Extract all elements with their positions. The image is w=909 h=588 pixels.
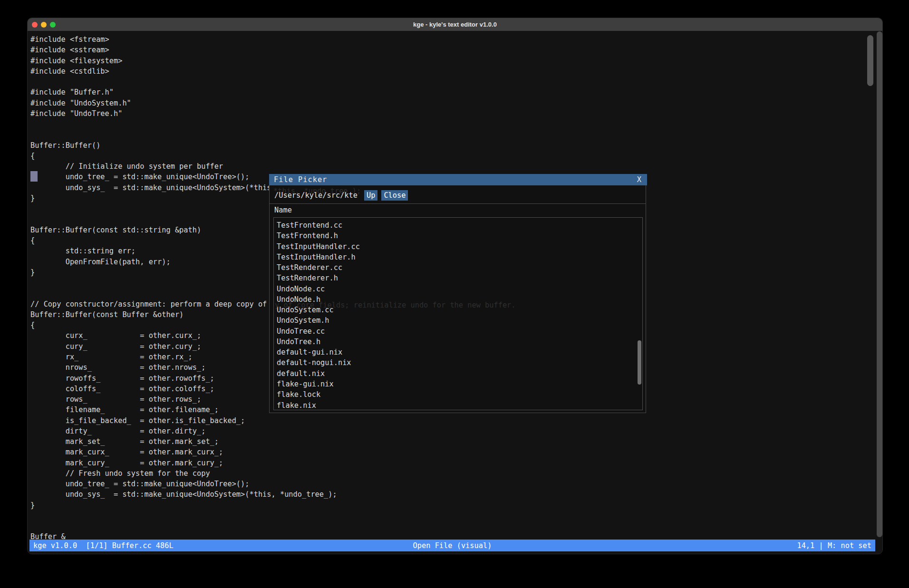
- window-title: kge - kyle's text editor v1.0.0: [28, 21, 882, 28]
- editor-scrollbar-thumb[interactable]: [867, 35, 873, 86]
- list-item[interactable]: default.nix: [277, 368, 642, 379]
- up-button[interactable]: Up: [364, 190, 377, 201]
- file-picker-title: File Picker: [274, 175, 327, 184]
- close-button[interactable]: Close: [381, 190, 408, 201]
- current-path: /Users/kyle/src/kte: [274, 191, 358, 200]
- file-list: y of core fields; reinitialize undo for …: [273, 217, 643, 410]
- status-mode: Open File (visual): [29, 541, 875, 550]
- list-item[interactable]: UndoNode.cc: [277, 284, 642, 294]
- list-item[interactable]: UndoNode.h: [277, 294, 642, 305]
- file-picker-titlebar[interactable]: File Picker X: [269, 174, 647, 185]
- editor-scrollbar-track[interactable]: [877, 31, 882, 537]
- status-cursor-position: 14,1 | M: not set: [797, 541, 871, 550]
- list-item[interactable]: flake.nix: [277, 400, 642, 410]
- status-bar: kge v1.0.0 [1/1] Buffer.cc 486L Open Fil…: [29, 540, 875, 551]
- list-item[interactable]: UndoTree.cc: [277, 326, 642, 337]
- list-item[interactable]: flake-gui.nix: [277, 379, 642, 389]
- list-item[interactable]: default-nogui.nix: [277, 357, 642, 368]
- list-item[interactable]: TestRenderer.cc: [277, 262, 642, 273]
- list-item[interactable]: UndoTree.h: [277, 337, 642, 347]
- list-item[interactable]: UndoSystem.h: [277, 315, 642, 326]
- list-item[interactable]: TestFrontend.h: [277, 231, 642, 241]
- file-picker-dialog: File Picker X *this, *undo_tree_); /User…: [269, 174, 646, 413]
- dialog-path-row: /Users/kyle/src/kte Up Close: [270, 187, 646, 204]
- list-item[interactable]: flake.lock: [277, 389, 642, 400]
- list-item[interactable]: TestInputHandler.h: [277, 252, 642, 262]
- text-cursor: [30, 171, 38, 182]
- list-item[interactable]: TestRenderer.h: [277, 273, 642, 283]
- list-item[interactable]: default-gui.nix: [277, 347, 642, 357]
- file-list-scrollbar-thumb[interactable]: [638, 340, 641, 385]
- list-item[interactable]: TestFrontend.cc: [277, 220, 642, 231]
- desktop: kge - kyle's text editor v1.0.0 #include…: [0, 0, 909, 588]
- list-item[interactable]: TestInputHandler.cc: [277, 241, 642, 252]
- window-titlebar: kge - kyle's text editor v1.0.0: [28, 18, 882, 31]
- list-item[interactable]: UndoSystem.cc: [277, 305, 642, 315]
- editor-window: kge - kyle's text editor v1.0.0 #include…: [27, 18, 883, 554]
- dialog-close-icon[interactable]: X: [637, 175, 641, 184]
- name-column-header: Name: [274, 206, 292, 214]
